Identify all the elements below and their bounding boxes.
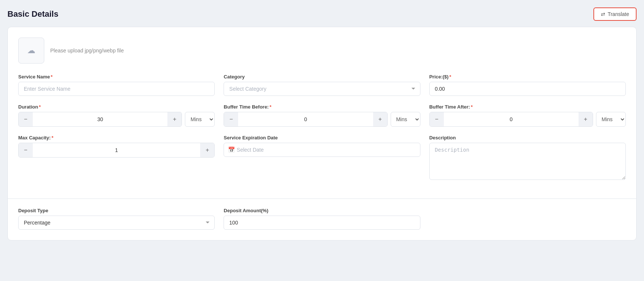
main-form-section: ☁ Please upload jpg/png/webp file Servic… (8, 27, 636, 199)
max-capacity-group: Max Capacity:* − + (18, 135, 215, 180)
form-row-1: Service Name* Category Select Category C… (18, 74, 626, 96)
expiration-date-group: Service Expiration Date 📅 (224, 135, 420, 180)
deposit-amount-group: Deposit Amount(%) (224, 208, 420, 230)
expiration-date-label: Service Expiration Date (224, 135, 420, 140)
category-group: Category Select Category Category A Cate… (224, 74, 420, 96)
buffer-after-unit-select[interactable]: Mins Hours (596, 112, 626, 127)
duration-group: Duration* − + Mins Hours (18, 104, 215, 127)
deposit-empty-col (429, 208, 626, 230)
max-capacity-increment-button[interactable]: + (200, 143, 214, 157)
form-row-3: Max Capacity:* − + Service Expiration Da… (18, 135, 626, 180)
plus-icon-3: + (584, 116, 587, 123)
buffer-after-stepper: − + (429, 112, 593, 127)
buffer-before-stepper: − + (224, 112, 387, 127)
minus-icon-4: − (24, 147, 27, 154)
buffer-before-required: * (269, 104, 271, 110)
buffer-after-decrement-button[interactable]: − (430, 112, 444, 126)
plus-icon: + (173, 116, 176, 123)
translate-label: Translate (608, 11, 629, 17)
deposit-type-label: Deposit Type (18, 208, 215, 213)
price-input[interactable] (429, 82, 626, 96)
max-capacity-value[interactable] (33, 147, 200, 153)
duration-required: * (39, 104, 41, 110)
service-name-label: Service Name* (18, 74, 215, 80)
calendar-icon: 📅 (228, 146, 235, 153)
deposit-row: Deposit Type Percentage Fixed Amount Dep… (18, 208, 626, 230)
price-required: * (449, 74, 451, 80)
service-name-required: * (51, 74, 52, 80)
duration-increment-button[interactable]: + (167, 112, 182, 126)
duration-stepper-row: − + Mins Hours (18, 112, 215, 127)
buffer-before-value[interactable] (238, 116, 373, 122)
plus-icon-2: + (378, 116, 382, 123)
form-row-2: Duration* − + Mins Hours (18, 104, 626, 127)
deposit-amount-label: Deposit Amount(%) (224, 208, 420, 213)
description-textarea[interactable] (429, 143, 626, 180)
buffer-before-unit-select[interactable]: Mins Hours (391, 112, 420, 127)
buffer-after-label: Buffer Time After:* (429, 104, 626, 110)
translate-button[interactable]: ⇄ Translate (593, 7, 637, 21)
date-input-wrapper: 📅 (224, 143, 420, 157)
minus-icon-3: − (435, 116, 438, 123)
expiration-date-input[interactable] (224, 143, 420, 157)
buffer-before-increment-button[interactable]: + (373, 112, 387, 126)
minus-icon-2: − (230, 116, 233, 123)
price-label: Price:($)* (429, 74, 626, 80)
deposit-type-select[interactable]: Percentage Fixed Amount (18, 216, 215, 230)
max-capacity-stepper: − + (18, 143, 215, 158)
buffer-before-label: Buffer Time Before:* (224, 104, 420, 110)
duration-stepper: − + (18, 112, 182, 127)
plus-icon-4: + (206, 147, 209, 154)
max-capacity-label: Max Capacity:* (18, 135, 215, 140)
duration-label: Duration* (18, 104, 215, 110)
duration-unit-select[interactable]: Mins Hours (185, 112, 215, 127)
upload-area: ☁ Please upload jpg/png/webp file (18, 38, 626, 64)
upload-label: Please upload jpg/png/webp file (50, 48, 124, 54)
service-name-group: Service Name* (18, 74, 215, 96)
description-group: Description (429, 135, 626, 180)
deposit-type-group: Deposit Type Percentage Fixed Amount (18, 208, 215, 230)
page-title: Basic Details (7, 9, 58, 19)
buffer-after-value[interactable] (444, 116, 579, 122)
duration-value[interactable] (33, 116, 167, 122)
buffer-after-increment-button[interactable]: + (579, 112, 593, 126)
category-select[interactable]: Select Category Category A Category B Ca… (224, 82, 420, 96)
buffer-after-required: * (471, 104, 472, 110)
price-group: Price:($)* (429, 74, 626, 96)
buffer-after-group: Buffer Time After:* − + Mins Hou (429, 104, 626, 127)
duration-decrement-button[interactable]: − (19, 112, 33, 126)
upload-icon: ☁ (27, 46, 35, 55)
deposit-amount-input[interactable] (224, 216, 420, 230)
minus-icon: − (24, 116, 27, 123)
max-capacity-required: * (51, 135, 53, 140)
category-label: Category (224, 74, 420, 80)
description-label: Description (429, 135, 626, 140)
buffer-before-decrement-button[interactable]: − (224, 112, 238, 126)
buffer-after-stepper-row: − + Mins Hours (429, 112, 626, 127)
form-card: ☁ Please upload jpg/png/webp file Servic… (7, 27, 637, 240)
max-capacity-decrement-button[interactable]: − (19, 143, 33, 157)
page-header: Basic Details ⇄ Translate (7, 7, 637, 21)
deposit-section: Deposit Type Percentage Fixed Amount Dep… (8, 199, 636, 240)
upload-box[interactable]: ☁ (18, 38, 44, 64)
translate-icon: ⇄ (601, 11, 605, 17)
buffer-before-group: Buffer Time Before:* − + Mins Ho (224, 104, 420, 127)
service-name-input[interactable] (18, 82, 215, 96)
buffer-before-stepper-row: − + Mins Hours (224, 112, 420, 127)
